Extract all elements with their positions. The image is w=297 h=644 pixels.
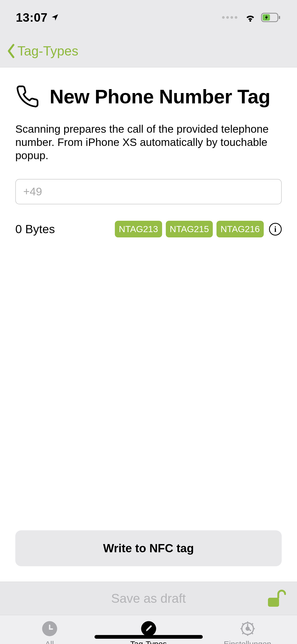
save-draft-button[interactable]: Save as draft (111, 591, 186, 606)
tab-all[interactable]: All (0, 615, 99, 644)
svg-line-14 (252, 623, 253, 625)
back-label: Tag-Types (17, 43, 78, 59)
status-left: 13:07 (16, 10, 59, 25)
page-description: Scanning prepares the call of the provid… (15, 122, 282, 162)
chevron-left-icon (6, 43, 16, 59)
write-nfc-button[interactable]: Write to NFC tag (15, 530, 282, 566)
wifi-icon (244, 11, 256, 24)
svg-line-13 (252, 633, 253, 634)
status-right (222, 11, 281, 24)
status-time: 13:07 (16, 10, 48, 25)
tag-chip-ntag213[interactable]: NTAG213 (115, 221, 162, 237)
tab-tag-types[interactable]: Tag-Types (99, 615, 198, 644)
main-content: New Phone Number Tag Scanning prepares t… (0, 67, 297, 582)
phone-number-field[interactable]: +49 (15, 179, 282, 204)
tab-label: Tag-Types (130, 640, 167, 644)
svg-rect-3 (268, 598, 279, 607)
unlock-icon (267, 589, 286, 607)
phone-icon (15, 84, 40, 109)
back-button[interactable]: Tag-Types (6, 43, 78, 59)
phone-placeholder: +49 (23, 185, 42, 198)
tag-chip-ntag215[interactable]: NTAG215 (166, 221, 213, 237)
lock-toggle[interactable] (267, 589, 286, 608)
svg-line-15 (242, 633, 243, 634)
tag-chip-group: NTAG213 NTAG215 NTAG216 i (115, 221, 282, 237)
location-icon (51, 13, 59, 22)
tab-settings[interactable]: Einstellungen (198, 615, 297, 644)
tab-label: Einstellungen (224, 640, 271, 644)
tab-label: All (45, 640, 54, 644)
home-indicator[interactable] (95, 635, 203, 639)
bytes-label: 0 Bytes (15, 222, 55, 236)
tab-bar: All Tag-Types Einstellungen (0, 615, 297, 644)
clock-icon (41, 620, 58, 637)
status-bar: 13:07 (0, 0, 297, 35)
svg-rect-2 (279, 16, 280, 19)
title-row: New Phone Number Tag (15, 83, 282, 109)
tag-chip-ntag216[interactable]: NTAG216 (216, 221, 264, 237)
cell-dots-icon (222, 16, 237, 19)
write-button-label: Write to NFC tag (103, 542, 194, 555)
byte-row: 0 Bytes NTAG213 NTAG215 NTAG216 i (15, 221, 282, 237)
gear-icon (239, 620, 256, 637)
info-icon[interactable]: i (269, 223, 282, 236)
battery-icon (261, 12, 281, 22)
pencil-circle-icon (140, 620, 157, 637)
page-title: New Phone Number Tag (50, 85, 270, 108)
save-draft-bar: Save as draft (0, 582, 297, 615)
svg-line-12 (242, 623, 243, 625)
nav-header: Tag-Types (0, 35, 297, 67)
spacer (15, 237, 282, 530)
